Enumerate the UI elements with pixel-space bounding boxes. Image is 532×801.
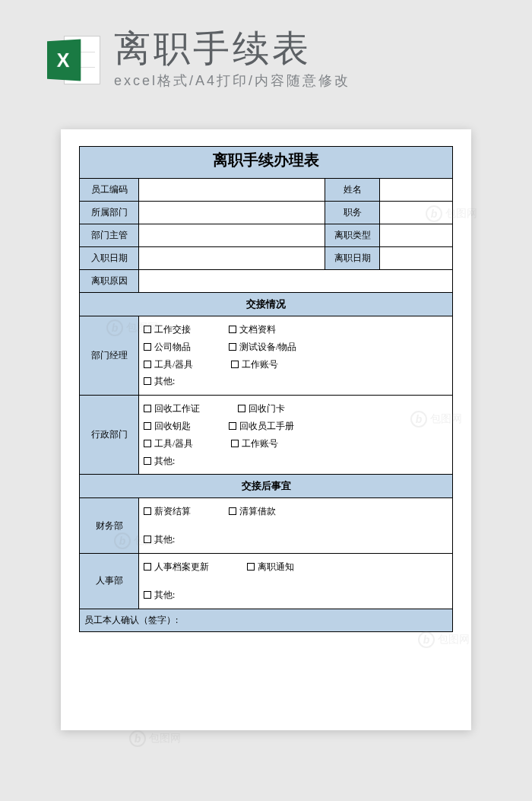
checkbox-icon xyxy=(144,536,151,543)
check-item: 回收门卡 xyxy=(238,400,285,418)
checkbox-icon xyxy=(144,563,151,571)
value-leave-type xyxy=(380,224,453,247)
check-item: 回收员工手册 xyxy=(229,418,294,435)
value-name xyxy=(380,179,453,202)
checkbox-icon xyxy=(144,422,151,430)
label-emp-code: 员工编码 xyxy=(80,179,139,202)
check-item: 薪资结算 xyxy=(144,503,191,520)
checkbox-icon xyxy=(144,405,151,412)
check-item: 人事档案更新 xyxy=(144,558,209,576)
label-leave-type: 离职类型 xyxy=(325,224,380,247)
value-position xyxy=(380,202,453,224)
check-item: 工具/器具 xyxy=(144,435,193,453)
label-admin: 行政部门 xyxy=(80,396,139,475)
checkbox-icon xyxy=(144,377,151,385)
check-item: 其他: xyxy=(144,453,175,470)
checkbox-icon xyxy=(144,591,151,599)
check-item: 回收钥匙 xyxy=(144,418,191,435)
banner-text: 离职手续表 excel格式/A4打印/内容随意修改 xyxy=(114,30,486,90)
value-hire-date xyxy=(139,247,325,270)
checklist-dept-manager: 工作交接 文档资料 公司物品 测试设备/物品 工具/器具 工作账号 其他: xyxy=(139,316,453,396)
sign-row: 员工本人确认（签字）: xyxy=(80,609,453,631)
form-title: 离职手续办理表 xyxy=(79,146,453,178)
checkbox-icon xyxy=(238,405,245,412)
check-item: 工作交接 xyxy=(144,321,191,339)
checklist-hr: 人事档案更新 离职通知 其他: xyxy=(139,553,453,609)
checkbox-icon xyxy=(144,343,151,351)
check-item: 其他: xyxy=(144,373,175,390)
check-item: 公司物品 xyxy=(144,339,191,356)
value-emp-code xyxy=(139,179,325,202)
value-supervisor xyxy=(139,224,325,247)
checkbox-icon xyxy=(144,457,151,465)
label-position: 职务 xyxy=(325,202,380,224)
check-item: 清算借款 xyxy=(229,503,276,520)
checkbox-icon xyxy=(231,440,239,447)
value-reason xyxy=(139,270,453,293)
check-item: 回收工作证 xyxy=(144,400,200,418)
checkbox-icon xyxy=(247,563,255,571)
label-leave-date: 离职日期 xyxy=(325,247,380,270)
check-item: 工作账号 xyxy=(231,356,278,373)
checklist-finance: 薪资结算 清算借款 其他: xyxy=(139,498,453,554)
label-reason: 离职原因 xyxy=(80,270,139,293)
label-finance: 财务部 xyxy=(80,498,139,554)
section-handover: 交接情况 xyxy=(80,293,453,316)
checkbox-icon xyxy=(229,343,236,351)
checklist-admin: 回收工作证 回收门卡 回收钥匙 回收员工手册 工具/器具 工作账号 其他: xyxy=(139,396,453,475)
value-dept xyxy=(139,202,325,224)
label-supervisor: 部门主管 xyxy=(80,224,139,247)
label-hire-date: 入职日期 xyxy=(80,247,139,270)
check-item: 工具/器具 xyxy=(144,356,193,373)
check-item: 其他: xyxy=(144,531,175,548)
banner-subtitle: excel格式/A4打印/内容随意修改 xyxy=(114,72,486,90)
banner-title: 离职手续表 xyxy=(114,30,486,67)
banner: X 离职手续表 excel格式/A4打印/内容随意修改 xyxy=(46,30,486,90)
excel-icon: X xyxy=(46,33,100,87)
check-item: 工作账号 xyxy=(231,435,278,453)
check-item: 测试设备/物品 xyxy=(229,339,296,356)
checkbox-icon xyxy=(231,361,239,368)
checkbox-icon xyxy=(229,422,236,430)
label-dept-manager: 部门经理 xyxy=(80,316,139,396)
check-item: 离职通知 xyxy=(247,558,294,576)
checkbox-icon xyxy=(229,507,236,515)
check-item: 文档资料 xyxy=(229,321,276,339)
checkbox-icon xyxy=(229,326,236,333)
check-item: 其他: xyxy=(144,586,175,604)
watermark: b包图网 xyxy=(129,730,181,747)
checkbox-icon xyxy=(144,507,151,515)
document-page: 离职手续办理表 员工编码 姓名 所属部门 职务 部门主管 离职类型 入职日期 离… xyxy=(61,129,471,730)
form-table: 员工编码 姓名 所属部门 职务 部门主管 离职类型 入职日期 离职日期 离职原因 xyxy=(79,178,453,632)
section-post: 交接后事宜 xyxy=(80,475,453,498)
label-hr: 人事部 xyxy=(80,553,139,609)
label-dept: 所属部门 xyxy=(80,202,139,224)
checkbox-icon xyxy=(144,440,151,447)
value-leave-date xyxy=(380,247,453,270)
checkbox-icon xyxy=(144,361,151,368)
label-name: 姓名 xyxy=(325,179,380,202)
checkbox-icon xyxy=(144,326,151,333)
